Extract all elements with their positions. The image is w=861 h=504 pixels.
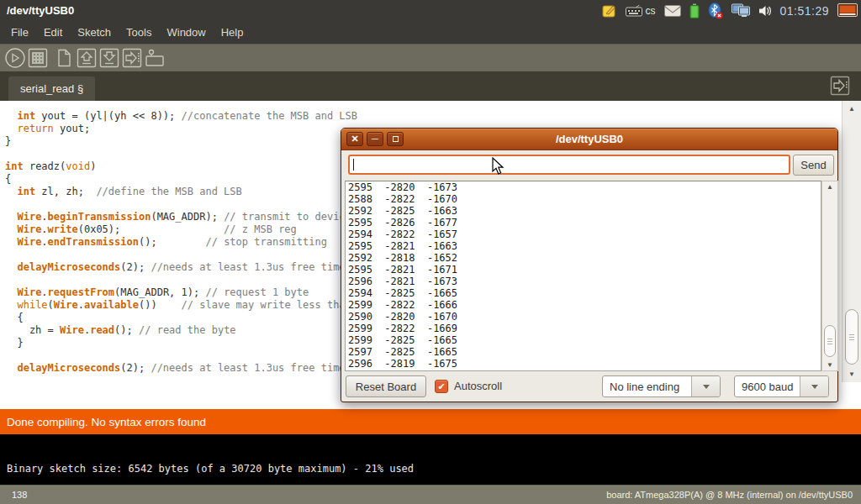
baud-rate-value: 9600 baud [735,376,800,396]
status-bar: 138 board: ATmega328P(A) @ 8 MHz (intern… [0,485,861,504]
toolbar [0,44,861,71]
serial-line: 2595 -2821 -1663 [348,240,818,252]
serial-monitor-window: /dev/ttyUSB0 ✕ ─ Send 2595 -2820 -167325… [341,128,838,402]
serial-line: 2594 -2822 -1657 [348,228,818,240]
tab-menu-icon[interactable] [829,75,851,97]
serial-line: 2594 -2825 -1665 [348,287,818,299]
open-button-icon[interactable] [75,47,98,70]
scroll-down-icon[interactable]: ▼ [822,362,837,369]
displays-icon[interactable] [732,3,750,18]
serial-monitor-title: /dev/ttyUSB0 [341,133,837,145]
window-title: /dev/ttyUSB0 [0,4,74,17]
serial-line: 2596 -2819 -1675 [348,358,818,370]
chevron-down-icon[interactable] [691,376,720,396]
serial-scrollbar-thumb[interactable] [824,325,836,357]
serial-monitor-titlebar[interactable]: /dev/ttyUSB0 [341,129,837,150]
serial-monitor-controls: Reset Board ✔ Autoscroll No line ending … [341,375,837,400]
window-controls: ✕ ─ [346,132,404,146]
tab-label: serial_read § [20,82,83,95]
scroll-up-icon[interactable]: ▲ [843,106,861,113]
save-button-icon[interactable] [98,47,120,70]
serial-line: 2588 -2822 -1670 [348,193,818,205]
mail-icon[interactable] [664,5,681,17]
compile-status-text: Done compiling. No syntax errors found [7,416,206,428]
tab-serial-read[interactable]: serial_read § [8,76,95,101]
reset-board-button[interactable]: Reset Board [346,375,426,397]
upload-button-icon[interactable] [120,47,143,70]
send-button[interactable]: Send [793,155,834,176]
serial-line: 2590 -2820 -1670 [348,311,818,323]
serial-line: 2595 -2826 -1677 [348,217,818,228]
serial-line: 2596 -2821 -1673 [348,276,818,287]
console-output: Binary sketch size: 6542 bytes (of a 307… [7,463,414,475]
compile-status-bar: Done compiling. No syntax errors found [0,409,861,434]
serial-line: 2592 -2825 -1663 [348,205,818,217]
board-info: board: ATmega328P(A) @ 8 MHz (internal) … [606,490,861,500]
editor-scrollbar[interactable]: ▲ ▼ [842,101,861,382]
line-ending-dropdown[interactable]: No line ending [602,375,721,397]
volume-icon[interactable] [758,4,772,18]
menu-window[interactable]: Window [159,23,213,42]
verify-button-icon[interactable] [3,47,26,70]
serial-line: 2599 -2822 -1666 [348,299,818,311]
chevron-down-icon[interactable] [800,376,828,396]
serial-output[interactable]: 2595 -2820 -16732588 -2822 -16702592 -28… [345,181,821,371]
tab-bar: serial_read § [0,71,861,101]
arduino-ide-screen: /dev/ttyUSB0 cs 01:51: [0,0,861,504]
editor-scrollbar-thumb[interactable] [845,309,858,365]
system-tray: cs 01:51:29 [602,0,861,21]
clock[interactable]: 01:51:29 [780,4,830,18]
menu-file[interactable]: File [3,23,36,42]
line-ending-value: No line ending [603,376,691,396]
menu-bar: FileEditSketchToolsWindowHelp [0,21,861,44]
text-caret [353,159,354,171]
baud-rate-dropdown[interactable]: 9600 baud [734,375,829,397]
serial-line: 2599 -2822 -1669 [348,323,818,334]
menu-help[interactable]: Help [214,23,251,42]
autoscroll-label: Autoscroll [454,380,502,392]
menu-tools[interactable]: Tools [119,23,159,42]
serial-line: 2592 -2818 -1652 [348,252,818,264]
serial-line: 2595 -2821 -1671 [348,264,818,276]
battery-icon[interactable] [689,3,700,18]
system-top-bar: /dev/ttyUSB0 cs 01:51: [0,0,861,21]
code-line: int yout = (yl|(yh << 8)); //concatenate… [5,110,836,123]
new-sketch-button-icon[interactable] [52,47,75,70]
bluetooth-icon[interactable] [708,3,723,19]
scroll-up-icon[interactable]: ▲ [822,184,837,191]
stop-button-icon[interactable] [26,47,49,70]
console-panel: Binary sketch size: 6542 bytes (of a 307… [0,434,861,485]
menu-edit[interactable]: Edit [36,23,70,42]
line-number-indicator: 138 [0,490,27,500]
minimize-icon[interactable]: ─ [367,132,383,146]
keyboard-layout-indicator[interactable]: cs [646,5,656,17]
serial-monitor-button-icon[interactable] [143,47,166,70]
menu-sketch[interactable]: Sketch [70,23,119,42]
screen-icon[interactable] [837,3,858,18]
serial-input[interactable] [348,155,790,175]
keyboard-icon[interactable] [626,5,642,17]
mouse-cursor-icon [492,157,505,179]
close-icon[interactable]: ✕ [346,132,363,146]
autoscroll-checkbox[interactable]: ✔ [435,380,448,393]
serial-line: 2595 -2820 -1673 [348,181,818,193]
serial-line: 2597 -2825 -1665 [348,346,818,358]
maximize-icon[interactable] [387,132,404,146]
serial-line: 2599 -2825 -1665 [348,334,818,346]
scroll-down-icon[interactable]: ▼ [843,371,861,378]
serial-scrollbar[interactable]: ▲ ▼ [821,181,838,371]
note-icon[interactable] [602,3,617,18]
